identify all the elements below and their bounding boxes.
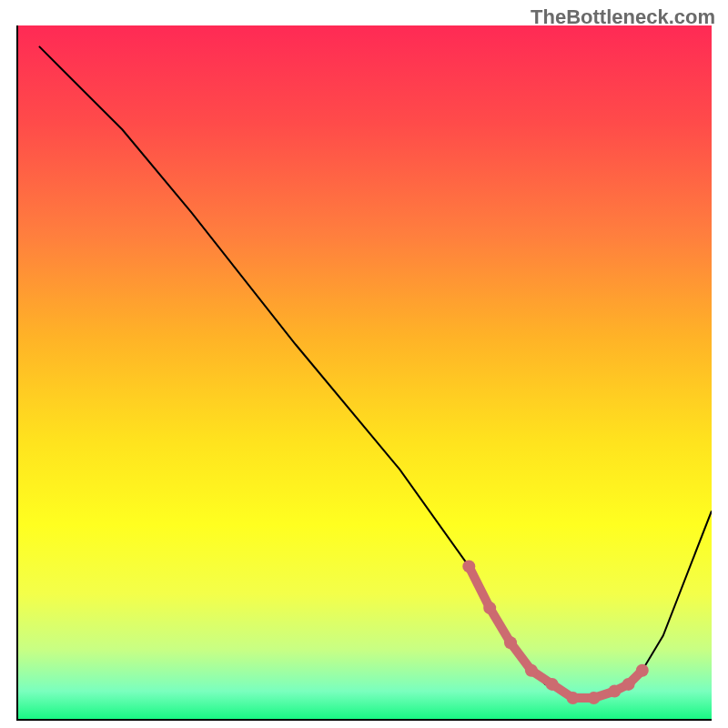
optimal-zone-dot <box>636 664 649 677</box>
plot-area <box>18 25 712 719</box>
optimal-zone-dot <box>608 685 621 698</box>
optimal-zone-dot <box>504 636 517 649</box>
attribution-watermark: TheBottleneck.com <box>531 5 715 29</box>
optimal-zone-dot <box>588 692 601 704</box>
optimal-zone-dot <box>462 560 475 572</box>
optimal-zone-dot <box>567 692 580 704</box>
optimal-zone-dot <box>546 678 559 691</box>
chart-svg <box>18 25 712 719</box>
optimal-zone-dot <box>483 602 496 614</box>
optimal-zone-dot <box>622 678 635 691</box>
optimal-zone-dot <box>525 664 538 677</box>
